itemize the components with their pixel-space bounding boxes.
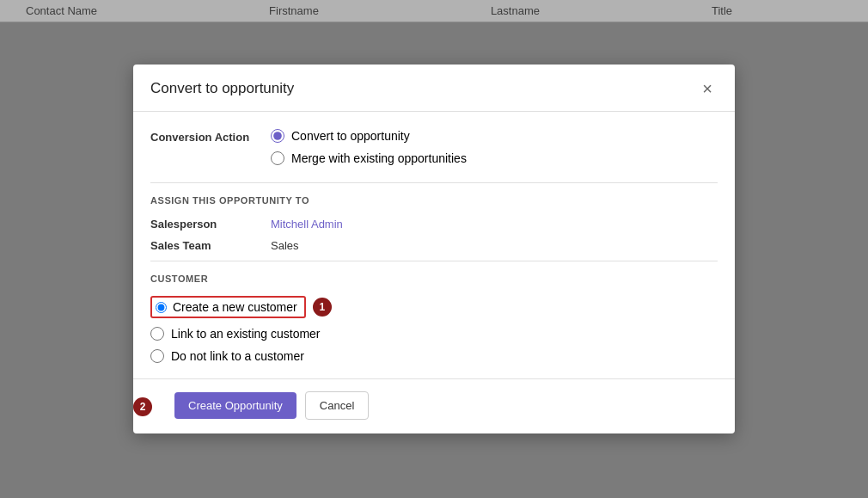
badge-1: 1 [313, 298, 332, 317]
link-existing-row: Link to an existing customer [150, 327, 718, 341]
radio-convert-to-opportunity[interactable]: Convert to opportunity [271, 129, 467, 143]
sales-team-label: Sales Team [150, 239, 271, 252]
salesperson-row: Salesperson Mitchell Admin [150, 218, 718, 231]
modal-title: Convert to opportunity [150, 80, 294, 97]
new-customer-row: Create a new customer 1 [150, 296, 718, 318]
radio-convert-label: Convert to opportunity [291, 129, 410, 143]
modal-header: Convert to opportunity × [133, 65, 735, 112]
radio-new-customer-label: Create a new customer [173, 300, 297, 314]
conversion-action-label: Conversion Action [150, 129, 271, 144]
modal-footer: 2 Create Opportunity Cancel [133, 379, 735, 433]
radio-convert-input[interactable] [271, 129, 284, 143]
customer-section-heading: CUSTOMER [150, 261, 718, 292]
radio-merge-label: Merge with existing opportunities [291, 151, 467, 165]
radio-do-not-link-input[interactable] [150, 349, 164, 363]
radio-new-customer-input[interactable] [156, 302, 167, 313]
conversion-action-radio-group: Convert to opportunity Merge with existi… [271, 129, 467, 165]
assign-section: ASSIGN THIS OPPORTUNITY TO Salesperson M… [150, 182, 718, 252]
convert-opportunity-modal: Convert to opportunity × Conversion Acti… [133, 65, 735, 433]
salesperson-value[interactable]: Mitchell Admin [271, 218, 343, 231]
close-button[interactable]: × [697, 78, 718, 99]
cancel-button[interactable]: Cancel [305, 391, 369, 420]
assign-section-heading: ASSIGN THIS OPPORTUNITY TO [150, 182, 718, 214]
conversion-action-row: Conversion Action Convert to opportunity… [150, 129, 718, 165]
salesperson-label: Salesperson [150, 218, 271, 231]
sales-team-row: Sales Team Sales [150, 239, 718, 252]
badge-2: 2 [133, 397, 152, 416]
modal-overlay: Convert to opportunity × Conversion Acti… [0, 0, 868, 498]
radio-do-not-link-label: Do not link to a customer [171, 349, 304, 363]
radio-link-existing-label: Link to an existing customer [171, 327, 321, 341]
radio-merge-opportunities[interactable]: Merge with existing opportunities [271, 151, 467, 165]
radio-do-not-link-option[interactable]: Do not link to a customer [150, 349, 304, 363]
do-not-link-row: Do not link to a customer [150, 349, 718, 363]
radio-link-existing-input[interactable] [150, 327, 164, 341]
radio-new-customer-option[interactable]: Create a new customer [150, 296, 306, 318]
radio-merge-input[interactable] [271, 151, 284, 165]
customer-section: CUSTOMER Create a new customer 1 Link to… [150, 261, 718, 363]
modal-body: Conversion Action Convert to opportunity… [133, 112, 735, 379]
create-opportunity-button[interactable]: Create Opportunity [174, 392, 296, 419]
radio-link-existing-option[interactable]: Link to an existing customer [150, 327, 321, 341]
sales-team-value[interactable]: Sales [271, 239, 299, 252]
